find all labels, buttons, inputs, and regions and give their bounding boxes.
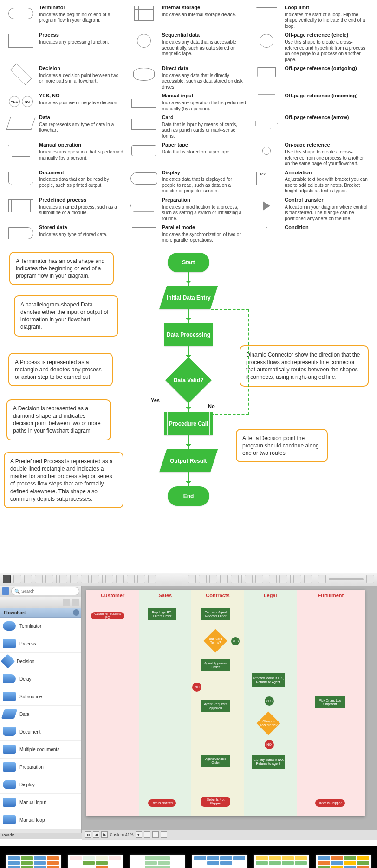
n-marks-no[interactable]: Attorney Marks It NO, Returns to Agent — [252, 755, 285, 769]
align-2[interactable] — [255, 575, 263, 583]
tool-10[interactable] — [105, 575, 113, 583]
tool-7[interactable] — [70, 575, 78, 583]
n-yes-2[interactable]: YES — [265, 696, 274, 706]
callout-after-decision: After a Decision point the program shoul… — [236, 429, 328, 463]
sb-terminator[interactable]: Terminator — [0, 618, 81, 635]
callout-connector: Dinamic Connector show the direction tha… — [240, 345, 369, 387]
connector-2[interactable] — [199, 575, 207, 583]
pointer-tool[interactable] — [3, 575, 11, 583]
n-approves[interactable]: Agent Approves Order — [201, 659, 230, 671]
n-not-shipped[interactable]: Order Is Not Shipped — [201, 797, 230, 807]
tool-9[interactable] — [91, 575, 99, 583]
thumb-1[interactable] — [6, 855, 61, 868]
zoom-in-icon[interactable] — [269, 575, 277, 583]
thumb-6[interactable] — [316, 855, 371, 868]
legend-process: ProcessIndicates any processing function… — [7, 32, 124, 63]
view-2-icon[interactable] — [152, 831, 159, 838]
page-prev-icon[interactable]: ◀ — [93, 831, 99, 838]
legend-offpage-incoming: Off-page reference (incoming) — [253, 93, 370, 112]
legend-control-transfer: Control transferA location in your diagr… — [253, 197, 370, 222]
panel-header[interactable]: Flowchart — [0, 608, 81, 618]
n-contacts-agent[interactable]: Contacts Agent Reviews Order — [201, 608, 230, 620]
node-processing: Data Processing — [164, 323, 213, 346]
legend-display: DisplayIndicates data that is displayed … — [130, 170, 247, 194]
connector-1[interactable] — [188, 575, 196, 583]
thumb-3[interactable] — [130, 855, 185, 868]
zoom-tool[interactable] — [280, 575, 287, 583]
align-1[interactable] — [245, 575, 253, 583]
tool-12[interactable] — [127, 575, 135, 583]
connector-4[interactable] — [220, 575, 228, 583]
sb-manual-loop[interactable]: Manual loop — [0, 811, 81, 829]
list-view-icon[interactable] — [72, 599, 79, 606]
callout-terminator: A Terminator has an oval shape and indic… — [9, 252, 114, 286]
sb-delay[interactable]: Delay — [0, 670, 81, 688]
connector-5[interactable] — [231, 575, 239, 583]
n-marks-ok[interactable]: Attorney Marks It OK, Returns to Agent — [252, 673, 285, 687]
n-customer-submits[interactable]: Customer Submits PO — [91, 612, 124, 619]
page-next-icon[interactable]: ▶ — [101, 831, 108, 838]
n-no-2[interactable]: NO — [265, 740, 274, 749]
tool-13[interactable] — [137, 575, 145, 583]
sb-manual-input[interactable]: Manual input — [0, 794, 81, 811]
zoom-out-icon[interactable] — [318, 575, 326, 583]
n-no-1[interactable]: NO — [192, 683, 202, 692]
connector-3[interactable] — [209, 575, 217, 583]
tool-5[interactable] — [46, 575, 53, 583]
view-1-icon[interactable] — [144, 831, 150, 838]
n-yes-1[interactable]: YES — [231, 637, 240, 645]
page[interactable]: Customer Customer Submits PO Sales Rep L… — [86, 590, 365, 816]
thumb-5[interactable] — [254, 855, 309, 868]
thumb-4[interactable] — [192, 855, 247, 868]
sb-display[interactable]: Display — [0, 776, 81, 794]
tool-8[interactable] — [81, 575, 89, 583]
sb-subroutine[interactable]: Subroutine — [0, 688, 81, 706]
legend-predefined-process: Predefined processIndicates a named proc… — [7, 197, 124, 222]
print-icon[interactable] — [293, 575, 301, 583]
sb-document[interactable]: Document — [0, 723, 81, 741]
legend-internal-storage: Internal storageIndicates an internal st… — [130, 5, 247, 29]
panel-icon[interactable] — [2, 587, 9, 595]
search-box[interactable]: 🔍 — [11, 587, 79, 595]
legend-terminator: TerminatorIndicates the beginning or end… — [7, 5, 124, 29]
callout-process: A Process is represented as a rectangle … — [8, 353, 113, 387]
n-requests[interactable]: Agent Requests Approval — [201, 700, 230, 712]
sb-process[interactable]: Process — [0, 635, 81, 653]
n-cancels[interactable]: Agent Cancels Order — [201, 755, 230, 767]
n-charges[interactable]: Charges Acceptable? — [256, 711, 280, 735]
search-icon: 🔍 — [14, 589, 20, 594]
zoom-in-2-icon[interactable] — [366, 575, 374, 583]
tool-4[interactable] — [35, 575, 43, 583]
n-standard-terms[interactable]: Standard Terms? — [204, 629, 228, 652]
legend-sequential-data: Sequential dataIndicates any data that i… — [130, 32, 247, 63]
legend-offpage-circle: Off-page reference (circle)Use this shap… — [253, 32, 370, 63]
legend-data: DataCan represents any type of data in a… — [7, 115, 124, 139]
n-rep-notified[interactable]: Rep is Notified — [148, 799, 176, 807]
legend-direct-data: Direct dataIndicates any data that is di… — [130, 65, 247, 90]
sb-decision[interactable]: Decision — [0, 653, 81, 670]
sb-preparation[interactable]: Preparation — [0, 759, 81, 776]
thumb-2[interactable] — [68, 855, 123, 868]
label-yes: Yes — [151, 397, 160, 403]
page-first-icon[interactable]: ⏮ — [84, 831, 91, 838]
n-pick-order[interactable]: Pick Order, Log Shipment — [315, 696, 345, 708]
canvas-area[interactable]: Customer Customer Submits PO Sales Rep L… — [82, 586, 377, 833]
tool-6[interactable] — [59, 575, 67, 583]
grid-view-icon[interactable] — [63, 599, 70, 606]
node-valid: Data Valid? — [165, 357, 212, 403]
n-rep-logs[interactable]: Rep Logs PO, Enters Order — [148, 608, 176, 620]
tool-2[interactable] — [13, 575, 21, 583]
node-output: Output Result — [159, 449, 218, 472]
tool-3[interactable] — [24, 575, 32, 583]
sb-data[interactable]: Data — [0, 706, 81, 723]
zoom-bar: ⏮ ◀ ▶ Custom 41% ▾ — [82, 830, 377, 840]
view-3-icon[interactable] — [161, 831, 167, 838]
tool-14[interactable] — [148, 575, 156, 583]
sb-multidoc[interactable]: Multiple documents — [0, 741, 81, 759]
search-input[interactable] — [21, 589, 76, 594]
zoom-slider[interactable] — [329, 578, 364, 580]
tool-11[interactable] — [116, 575, 124, 583]
n-shipped[interactable]: Order Is Shipped — [315, 799, 345, 807]
settings-icon[interactable] — [304, 575, 312, 583]
zoom-dropdown-icon[interactable]: ▾ — [136, 831, 142, 838]
